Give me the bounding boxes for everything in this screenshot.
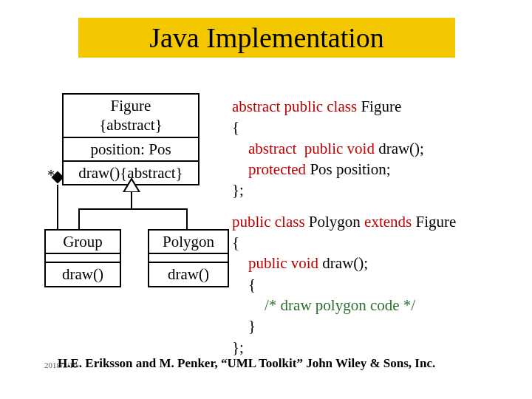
slide-title-bar: Java Implementation [78, 18, 455, 58]
code-line: abstract public void draw(); [232, 138, 528, 159]
uml-class-group: Group draw() [44, 229, 121, 287]
connector-line [186, 208, 188, 229]
code-block: abstract public class Figure { abstract … [232, 96, 528, 358]
code-line: public class Polygon extends Figure [232, 211, 528, 232]
slide-title: Java Implementation [149, 21, 384, 54]
code-line: { [232, 274, 528, 295]
uml-diagram: Figure {abstract} position: Pos draw(){a… [44, 93, 236, 330]
uml-attr-empty [149, 254, 228, 263]
footer-citation: H.E. Eriksson and M. Penker, “UML Toolki… [58, 356, 435, 371]
uml-op: draw() [149, 263, 228, 285]
uml-op: draw() [46, 263, 120, 285]
uml-class-name: Polygon [149, 231, 228, 254]
uml-attr-empty [46, 254, 120, 263]
uml-class-name: Group [46, 231, 120, 254]
code-line: public void draw(); [232, 253, 528, 273]
uml-class-figure: Figure {abstract} position: Pos draw(){a… [62, 93, 200, 185]
code-line: protected Pos position; [232, 159, 528, 180]
code-line: { [232, 117, 528, 137]
inheritance-arrowhead-icon [123, 177, 140, 192]
code-line: }; [232, 180, 528, 200]
code-line: }; [232, 337, 528, 358]
connector-line [78, 208, 80, 229]
uml-class-name: Figure {abstract} [64, 95, 198, 138]
code-line: /* draw polygon code */ [232, 295, 528, 316]
code-line: } [232, 316, 528, 336]
uml-class-polygon: Polygon draw() [148, 229, 229, 287]
connector-line [78, 208, 188, 210]
code-line: { [232, 232, 528, 253]
uml-attr: position: Pos [64, 138, 198, 162]
connector-line [131, 192, 132, 210]
code-line: abstract public class Figure [232, 96, 528, 117]
